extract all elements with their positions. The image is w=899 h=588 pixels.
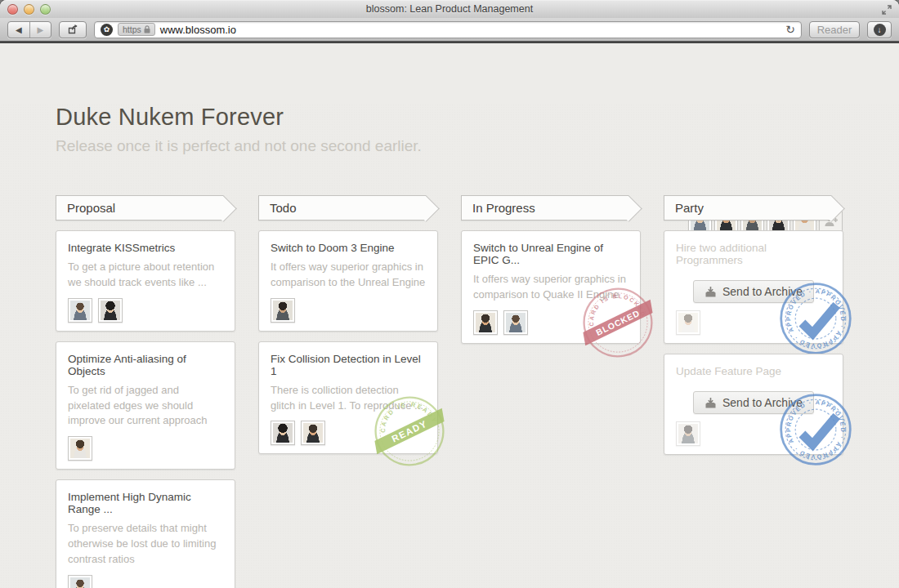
project-subtitle: Release once it is perfect and not one s… — [56, 137, 899, 155]
assignee-avatar[interactable] — [68, 436, 92, 461]
column-header-party: Party — [664, 195, 832, 220]
site-favicon: ✿ — [101, 24, 113, 36]
browser-window: blossom: Lean Product Management ◀ ▶ ✿ h… — [0, 0, 899, 588]
assignee-avatar[interactable] — [676, 310, 700, 335]
card-assignees — [68, 575, 223, 588]
send-to-archive-button[interactable]: Send to Archive — [693, 280, 814, 303]
forward-button[interactable]: ▶ — [30, 22, 51, 38]
card-assignees — [68, 298, 223, 323]
toolbar-divider — [0, 41, 899, 43]
address-bar[interactable]: ✿ https www.blossom.io ↻ — [94, 21, 802, 38]
https-label: https — [123, 24, 141, 34]
assignee-avatar[interactable] — [68, 575, 92, 588]
assignee-avatar[interactable] — [676, 421, 700, 446]
archive-icon — [704, 286, 717, 298]
titlebar: blossom: Lean Product Management — [0, 0, 899, 18]
lock-icon — [144, 25, 150, 33]
refresh-button[interactable]: ↻ — [785, 23, 795, 36]
reader-label: Reader — [817, 24, 852, 36]
column-proposal: Proposal Integrate KISSmetrics To get a … — [56, 195, 235, 588]
card[interactable]: Optimize Anti-aliasing of Objects To get… — [56, 341, 235, 470]
page-content: Duke Nukem Forever Release once it is pe… — [0, 104, 899, 588]
download-icon: ↓ — [874, 24, 886, 36]
column-header-in-progress: In Progress — [461, 195, 629, 220]
share-icon — [67, 24, 79, 35]
zoom-window-button[interactable] — [40, 4, 51, 15]
archive-icon — [704, 397, 717, 409]
nav-buttons: ◀ ▶ — [7, 21, 51, 38]
reader-button[interactable]: Reader — [809, 21, 860, 38]
url-text[interactable]: www.blossom.io — [160, 24, 236, 36]
assignee-avatar[interactable] — [68, 298, 92, 323]
kanban-board: Proposal Integrate KISSmetrics To get a … — [56, 195, 843, 588]
card-assignees — [271, 421, 426, 445]
column-header-proposal: Proposal — [56, 195, 224, 220]
browser-toolbar: ◀ ▶ ✿ https www.blossom.io ↻ R — [0, 18, 899, 41]
card[interactable]: Implement High Dynamic Range ... To pres… — [56, 479, 235, 588]
assignee-avatar[interactable] — [98, 298, 123, 323]
project-title: Duke Nukem Forever — [56, 104, 899, 131]
minimize-window-button[interactable] — [24, 4, 34, 15]
card-assignees — [676, 310, 831, 335]
card[interactable]: Update Feature Page Send to Archive — [664, 354, 843, 455]
card-assignees — [473, 310, 628, 335]
card[interactable]: Integrate KISSmetrics To get a picture a… — [56, 230, 235, 332]
assignee-avatar[interactable] — [271, 298, 295, 323]
window-title: blossom: Lean Product Management — [0, 1, 899, 18]
card[interactable]: Hire two additional Programmers Send to … — [664, 230, 843, 344]
downloads-button[interactable]: ↓ — [867, 21, 892, 38]
card-assignees — [676, 421, 831, 446]
card[interactable]: Switch to Unreal Engine of EPIC G... It … — [461, 230, 641, 344]
column-todo: Todo Switch to Doom 3 Engine It offers w… — [258, 195, 438, 464]
card-assignees — [68, 436, 223, 461]
assignee-avatar[interactable] — [503, 310, 528, 335]
column-in-progress: In Progress Switch to Unreal Engine of E… — [461, 195, 641, 354]
traffic-lights — [7, 4, 51, 15]
close-window-button[interactable] — [7, 4, 18, 15]
column-party: Party Hire two additional Programmers Se… — [664, 195, 843, 465]
fullscreen-icon[interactable] — [881, 4, 892, 16]
https-badge: https — [118, 23, 155, 36]
assignee-avatar[interactable] — [301, 421, 325, 445]
card[interactable]: Fix Collision Detection in Level 1 There… — [258, 341, 438, 455]
assignee-avatar[interactable] — [473, 310, 498, 335]
assignee-avatar[interactable] — [271, 421, 295, 445]
card[interactable]: Switch to Doom 3 Engine It offers way su… — [258, 230, 438, 332]
share-button[interactable] — [59, 21, 87, 38]
back-button[interactable]: ◀ — [8, 22, 30, 38]
column-header-todo: Todo — [258, 195, 427, 220]
send-to-archive-button[interactable]: Send to Archive — [693, 391, 814, 414]
card-assignees — [271, 298, 426, 323]
